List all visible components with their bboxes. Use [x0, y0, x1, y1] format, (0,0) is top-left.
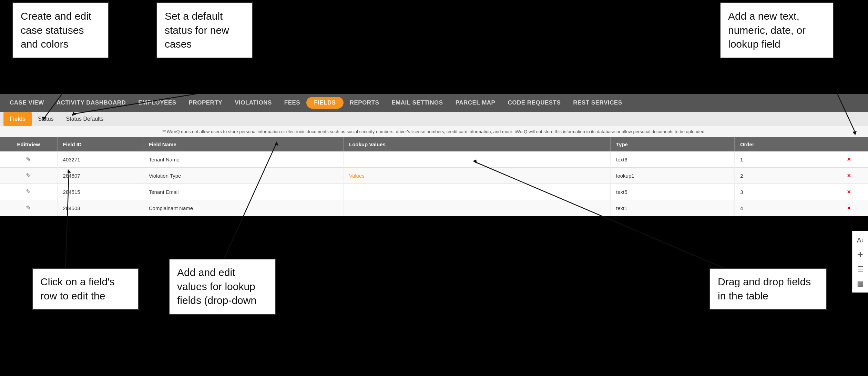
order-cell: 2 — [734, 168, 830, 184]
table-row[interactable]: ✎403271Tenant Nametext61× — [0, 151, 868, 168]
order-cell: 4 — [734, 200, 830, 216]
edit-icon[interactable]: ✎ — [26, 188, 31, 195]
right-sidebar: A↕ + ☰ ▦ — [852, 231, 868, 293]
type-cell: text5 — [611, 184, 735, 200]
field-name-cell: Complainant Name — [143, 200, 343, 216]
field-name-cell: Tenant Name — [143, 151, 343, 168]
nav-violations[interactable]: VIOLATIONS — [228, 94, 278, 112]
nav-code-requests[interactable]: CODE REQUESTS — [501, 94, 567, 112]
app-wrapper: CASE VIEW ACTIVITY DASHBOARD EMPLOYEES P… — [0, 94, 868, 216]
nav-reports[interactable]: REPORTS — [344, 94, 386, 112]
delete-icon[interactable]: × — [847, 172, 851, 179]
tooltip-create-edit: Create and edit case statuses and colors — [12, 2, 109, 58]
subnav-status[interactable]: Status — [32, 112, 60, 126]
tooltip-lookup-values: Add and edit values for lookup fields (d… — [169, 259, 276, 315]
sub-nav: Fields Status Status Defaults — [0, 112, 868, 126]
field-id-cell: 284507 — [57, 168, 143, 184]
list-view-icon[interactable]: ☰ — [854, 263, 867, 275]
field-name-cell: Tenant Email — [143, 184, 343, 200]
table-row[interactable]: ✎284515Tenant Emailtext53× — [0, 184, 868, 200]
edit-icon[interactable]: ✎ — [26, 172, 31, 179]
type-cell: text1 — [611, 200, 735, 216]
col-header-lookup-values: Lookup Values — [344, 137, 611, 151]
delete-icon[interactable]: × — [847, 205, 851, 211]
nav-fees[interactable]: FEES — [278, 94, 306, 112]
field-id-cell: 284503 — [57, 200, 143, 216]
col-header-field-id: Field ID — [57, 137, 143, 151]
nav-fields[interactable]: FIELDS — [306, 97, 343, 109]
delete-icon[interactable]: × — [847, 156, 851, 163]
fields-table: Edit/View Field ID Field Name Lookup Val… — [0, 137, 868, 216]
col-header-edit: Edit/View — [0, 137, 57, 151]
nav-activity-dashboard[interactable]: ACTIVITY DASHBOARD — [50, 94, 132, 112]
calendar-icon[interactable]: ▦ — [854, 277, 867, 290]
nav-employees[interactable]: EMPLOYEES — [132, 94, 182, 112]
edit-icon[interactable]: ✎ — [26, 205, 31, 211]
nav-property[interactable]: PROPERTY — [183, 94, 229, 112]
nav-parcel-map[interactable]: PARCEL MAP — [449, 94, 502, 112]
col-header-field-name: Field Name — [143, 137, 343, 151]
add-field-button[interactable]: + — [854, 248, 867, 261]
col-header-delete — [830, 137, 868, 151]
disclaimer-text: ** iWorQ does not allow users to store p… — [0, 126, 868, 137]
subnav-fields[interactable]: Fields — [3, 112, 32, 126]
nav-case-view[interactable]: CASE VIEW — [3, 94, 50, 112]
order-cell: 1 — [734, 151, 830, 168]
tooltip-drag-drop: Drag and drop fields in the table — [709, 268, 827, 310]
subnav-status-defaults[interactable]: Status Defaults — [60, 112, 110, 126]
tooltip-click-row: Click on a field's row to edit the — [32, 268, 139, 310]
table-row[interactable]: ✎284507Violation TypeValueslookup12× — [0, 168, 868, 184]
edit-icon[interactable]: ✎ — [26, 156, 31, 163]
field-id-cell: 403271 — [57, 151, 143, 168]
field-id-cell: 284515 — [57, 184, 143, 200]
nav-rest-services[interactable]: REST SERVICES — [567, 94, 628, 112]
lookup-values-link[interactable]: Values — [349, 173, 365, 179]
nav-email-settings[interactable]: EMAIL SETTINGS — [385, 94, 449, 112]
tooltip-default-status: Set a default status for new cases — [156, 2, 253, 58]
tooltip-add-field: Add a new text, numeric, date, or lookup… — [720, 2, 834, 58]
col-header-type: Type — [611, 137, 735, 151]
type-cell: text6 — [611, 151, 735, 168]
field-name-cell: Violation Type — [143, 168, 343, 184]
text-sort-icon[interactable]: A↕ — [854, 234, 867, 246]
delete-icon[interactable]: × — [847, 188, 851, 195]
table-row[interactable]: ✎284503Complainant Nametext14× — [0, 200, 868, 216]
order-cell: 3 — [734, 184, 830, 200]
col-header-order: Order — [734, 137, 830, 151]
type-cell: lookup1 — [611, 168, 735, 184]
top-nav: CASE VIEW ACTIVITY DASHBOARD EMPLOYEES P… — [0, 94, 868, 112]
